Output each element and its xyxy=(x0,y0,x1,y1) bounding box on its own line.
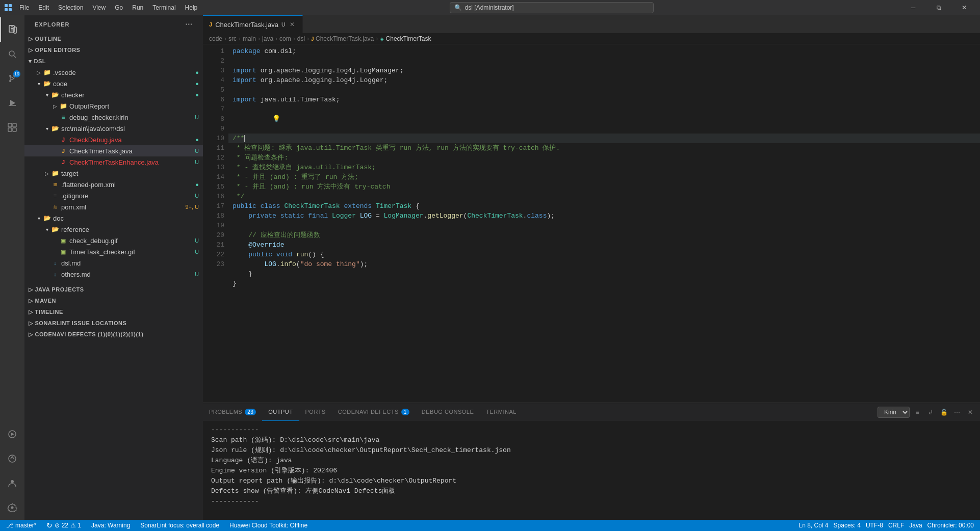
output-line-5: Engine version (引擎版本): 202406 xyxy=(211,466,972,476)
tree-arrow-code: ▾ xyxy=(35,79,43,88)
minimize-button[interactable]: ─ xyxy=(901,0,925,15)
tree-item-checktimertask[interactable]: J CheckTimerTask.java U xyxy=(24,145,203,156)
title-search[interactable]: 🔍 dsl [Administrator] xyxy=(450,2,654,13)
activity-explorer[interactable] xyxy=(0,17,24,42)
status-java-warning[interactable]: Java: Warning xyxy=(89,520,132,531)
panel-tab-ports[interactable]: PORTS xyxy=(299,403,332,421)
code-line-8: /** xyxy=(228,134,980,143)
breadcrumb-java-icon: J xyxy=(311,36,314,42)
timeline-header[interactable]: ▷ TIMELINE xyxy=(24,306,203,317)
menu-help[interactable]: Help xyxy=(181,3,202,12)
restore-button[interactable]: ⧉ xyxy=(927,0,950,15)
java-projects-header[interactable]: ▷ JAVA PROJECTS xyxy=(24,284,203,295)
code-line-20: public void run() { xyxy=(228,250,980,259)
tree-item-doc[interactable]: ▾ 📂 doc xyxy=(24,213,203,224)
close-button[interactable]: ✕ xyxy=(952,0,976,15)
tree-item-outputreport[interactable]: ▷ 📁 OutputReport xyxy=(24,100,203,112)
breadcrumb-main[interactable]: main xyxy=(243,35,256,42)
menu-view[interactable]: View xyxy=(88,3,110,12)
status-branch[interactable]: ⎇ master* xyxy=(4,520,38,531)
activity-codenavi[interactable] xyxy=(0,422,24,446)
tabs-bar: J CheckTimerTask.java U ✕ xyxy=(203,15,980,33)
tree-item-check-debug-gif[interactable]: ▣ check_debug.gif U xyxy=(24,235,203,246)
tree-item-others-md[interactable]: ↓ others.md U xyxy=(24,269,203,280)
panel-tab-terminal[interactable]: TERMINAL xyxy=(480,403,523,421)
tree-item-checker[interactable]: ▾ 📂 checker ● xyxy=(24,89,203,100)
menu-go[interactable]: Go xyxy=(111,3,127,12)
folder-icon: 📂 xyxy=(51,124,59,132)
panel-clear-button[interactable]: ≡ xyxy=(912,407,923,418)
sonarlint-header[interactable]: ▷ SONARLINT ISSUE LOCATIONS xyxy=(24,317,203,329)
dsl-section-header[interactable]: ▾ DSL xyxy=(24,56,203,67)
breadcrumb-src[interactable]: src xyxy=(228,35,237,42)
menu-selection[interactable]: Selection xyxy=(54,3,87,12)
status-chronicler[interactable]: Chronicler: 00:00 xyxy=(925,520,976,531)
tree-item-checktimertaskenhance[interactable]: J CheckTimerTaskEnhance.java U xyxy=(24,156,203,168)
output-channel-dropdown[interactable]: Kirin xyxy=(878,407,910,418)
sidebar-title: EXPLORER ⋯ xyxy=(24,15,203,33)
panel-tab-codenavi-defects[interactable]: CODENAVI DEFECTS 1 xyxy=(332,403,416,421)
code-content[interactable]: package com.dsl; import org.apache.loggi… xyxy=(228,44,980,403)
tab-close-button[interactable]: ✕ xyxy=(288,20,296,29)
status-language[interactable]: Java xyxy=(907,520,924,531)
maven-header[interactable]: ▷ MAVEN xyxy=(24,295,203,306)
status-sonarlint[interactable]: SonarLint focus: overall code xyxy=(138,520,221,531)
breadcrumb-java[interactable]: java xyxy=(262,35,273,42)
status-spaces[interactable]: Spaces: 4 xyxy=(832,520,863,531)
status-huawei[interactable]: Huawei Cloud Toolkit: Offline xyxy=(227,520,310,531)
panel-tab-problems[interactable]: PROBLEMS 23 xyxy=(203,403,262,421)
output-line-1: ------------ xyxy=(211,425,972,435)
code-line-1: package com.dsl; xyxy=(228,46,980,56)
breadcrumb-com[interactable]: com xyxy=(279,35,291,42)
status-sync[interactable]: ↻ ⊘ 22 ⚠ 1 xyxy=(44,520,83,531)
tree-item-debug-checker[interactable]: ≡ debug_checker.kirin U xyxy=(24,112,203,123)
output-line-8: ------------ xyxy=(211,496,972,507)
tree-item-vscode[interactable]: ▷ 📁 .vscode ● xyxy=(24,67,203,78)
status-encoding[interactable]: UTF-8 xyxy=(864,520,885,531)
menu-terminal[interactable]: Terminal xyxy=(148,3,179,12)
tree-arrow-vscode: ▷ xyxy=(35,68,43,76)
outline-header[interactable]: ▷ OUTLINE xyxy=(24,33,203,44)
activity-settings[interactable] xyxy=(0,495,24,520)
panel-more-button[interactable]: ⋯ xyxy=(951,407,963,418)
menu-edit[interactable]: Edit xyxy=(34,3,53,12)
tree-item-pom[interactable]: ≋ pom.xml 9+, U xyxy=(24,201,203,213)
activity-extensions[interactable] xyxy=(0,115,24,140)
new-file-icon[interactable]: ⋯ xyxy=(185,20,193,29)
panel-tab-debug-console[interactable]: DEBUG CONSOLE xyxy=(416,403,480,421)
tree-item-gitignore[interactable]: ≡ .gitignore U xyxy=(24,190,203,201)
tree-item-code[interactable]: ▾ 📂 code ● xyxy=(24,78,203,89)
code-editor[interactable]: 1 2 3 4 5 6 7 8 9 10 11 12 13 14 15 16 1… xyxy=(203,44,980,403)
breadcrumb-class[interactable]: ◈ CheckTimerTask xyxy=(380,35,431,42)
tree-item-reference[interactable]: ▾ 📂 reference xyxy=(24,224,203,235)
activity-source-control[interactable]: 19 xyxy=(0,66,24,91)
tree-item-dsl-md[interactable]: ↓ dsl.md xyxy=(24,257,203,269)
panel-close-button[interactable]: ✕ xyxy=(965,407,976,418)
breadcrumb-dsl[interactable]: dsl xyxy=(297,35,305,42)
activity-huawei[interactable] xyxy=(0,446,24,471)
panel-tab-output[interactable]: OUTPUT xyxy=(262,403,299,421)
tree-item-checkdebug[interactable]: J CheckDebug.java ● xyxy=(24,134,203,145)
open-editors-header[interactable]: ▷ OPEN EDITORS xyxy=(24,44,203,56)
menu-run[interactable]: Run xyxy=(128,3,147,12)
activity-run[interactable] xyxy=(0,91,24,115)
status-eol[interactable]: CRLF xyxy=(886,520,906,531)
tree-item-timertask-checker-gif[interactable]: ▣ TimerTask_checker.gif U xyxy=(24,246,203,257)
codenavi-defects-header[interactable]: ▷ CODENAVI DEFECTS (1)(0)(1)(2)(1)(1) xyxy=(24,329,203,340)
tree-arrow-src: ▾ xyxy=(43,124,51,132)
tree-item-target[interactable]: ▷ 📁 target xyxy=(24,168,203,179)
svg-marker-21 xyxy=(11,433,14,436)
tab-checktimertask[interactable]: J CheckTimerTask.java U ✕ xyxy=(203,15,303,33)
breadcrumb-file[interactable]: J CheckTimerTask.java xyxy=(311,35,374,42)
menu-file[interactable]: File xyxy=(15,3,33,12)
tree-item-flattened-pom[interactable]: ≋ .flattened-pom.xml ● xyxy=(24,179,203,190)
activity-search[interactable] xyxy=(0,42,24,66)
breadcrumb-code[interactable]: code xyxy=(209,35,222,42)
status-position[interactable]: Ln 8, Col 4 xyxy=(796,520,830,531)
panel-wrap-button[interactable]: ↲ xyxy=(925,407,936,418)
activity-account[interactable] xyxy=(0,471,24,495)
svg-rect-15 xyxy=(9,105,16,106)
tree-item-src[interactable]: ▾ 📂 src\main\java\com\dsl xyxy=(24,123,203,134)
panel-lock-button[interactable]: 🔓 xyxy=(938,407,949,418)
svg-point-13 xyxy=(9,80,11,82)
